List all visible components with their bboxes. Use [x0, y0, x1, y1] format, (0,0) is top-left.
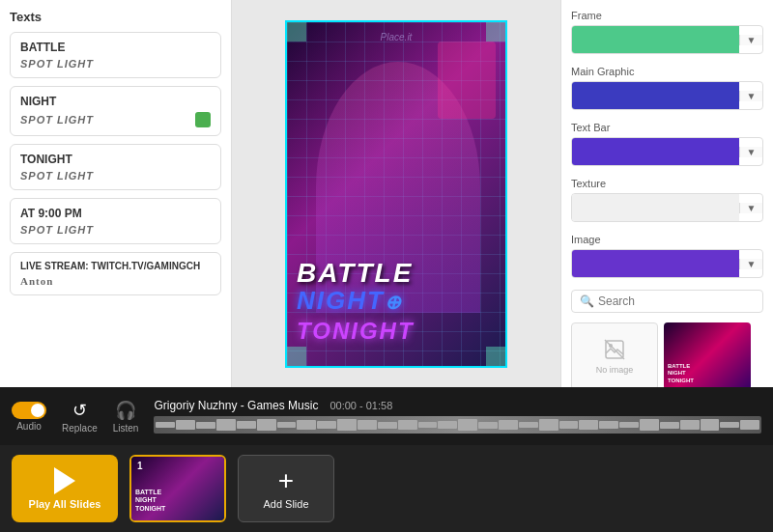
corner-tr [486, 22, 505, 42]
replace-button[interactable]: ↺ Replace [62, 400, 98, 434]
text-bar-color-select[interactable]: ▼ [571, 137, 763, 166]
image-swatch[interactable] [572, 250, 739, 277]
text-style-tonight: SPOT LIGHT [20, 170, 211, 182]
image-arrow[interactable]: ▼ [739, 259, 762, 269]
time-range: 00:00 - 01:58 [329, 400, 392, 411]
track-name: Grigoriy Nuzhny - Games Music [154, 399, 318, 412]
bg-element-1 [438, 42, 496, 119]
right-panel: Frame ▼ Main Graphic ▼ Text Bar ▼ Textur… [560, 0, 773, 387]
night-color-swatch[interactable] [195, 112, 211, 127]
text-item-night[interactable]: NIGHT SPOT LIGHT [10, 86, 221, 136]
main-graphic-label: Main Graphic [571, 66, 763, 77]
text-bar-color-row: Text Bar ▼ [571, 122, 763, 166]
image-thumb-1[interactable]: BATTLENIGHTTONIGHT [664, 322, 751, 387]
no-image-icon [603, 338, 626, 361]
canvas-text-battle: BATTLE [297, 258, 413, 289]
text-label-night: NIGHT [20, 95, 211, 108]
svg-line-2 [605, 340, 624, 359]
slide-number: 1 [137, 461, 143, 471]
text-item-tonight[interactable]: TONIGHT SPOT LIGHT [10, 144, 221, 190]
main-graphic-color-select[interactable]: ▼ [571, 81, 763, 110]
texture-color-row: Texture ▼ [571, 178, 763, 222]
text-label-livestream: LIVE STREAM: TWITCH.TV/GAMINGCH [20, 261, 211, 271]
toggle-knob [31, 404, 44, 417]
frame-swatch[interactable] [572, 26, 739, 53]
text-style-night: SPOT LIGHT [20, 112, 211, 127]
canvas-frame[interactable]: Place.it BATTLE NIGHT⊕ TONIGHT [285, 20, 507, 368]
add-slide-button[interactable]: + Add Slide [238, 455, 334, 522]
text-bar-arrow[interactable]: ▼ [739, 147, 762, 157]
frame-color-select[interactable]: ▼ [571, 25, 763, 54]
play-all-button[interactable]: Play All Slides [12, 455, 118, 522]
audio-info: Grigoriy Nuzhny - Games Music 00:00 - 01… [154, 399, 761, 434]
left-panel: Texts BATTLE SPOT LIGHT NIGHT SPOT LIGHT… [0, 0, 232, 387]
thumb-text: BATTLENIGHTTONIGHT [668, 363, 694, 385]
image-grid: No image BATTLENIGHTTONIGHT [571, 322, 763, 387]
texture-color-select[interactable]: ▼ [571, 193, 763, 222]
canvas-area: Place.it BATTLE NIGHT⊕ TONIGHT [232, 0, 560, 387]
texture-arrow[interactable]: ▼ [739, 203, 762, 213]
search-box[interactable]: 🔍 [571, 290, 763, 313]
frame-color-row: Frame ▼ [571, 10, 763, 54]
plus-icon: + [278, 467, 294, 494]
canvas-watermark: Place.it [381, 32, 413, 42]
thumb-inner-1: BATTLENIGHTTONIGHT [664, 322, 751, 387]
text-label-tonight: TONIGHT [20, 153, 211, 166]
main-graphic-arrow[interactable]: ▼ [739, 91, 762, 101]
frame-label: Frame [571, 10, 763, 21]
texts-title: Texts [10, 10, 221, 24]
corner-tl [287, 22, 306, 42]
image-color-select[interactable]: ▼ [571, 249, 763, 278]
image-color-row: Image ▼ [571, 234, 763, 278]
listen-button[interactable]: 🎧 Listen [113, 400, 139, 434]
play-icon [54, 467, 75, 494]
slide-preview: BATTLENIGHTTONIGHT [131, 457, 224, 520]
audio-bar: Audio ↺ Replace 🎧 Listen Grigoriy Nuzhny… [0, 387, 773, 445]
text-style-livestream: Anton [20, 275, 211, 287]
slide-thumb-1[interactable]: 1 BATTLENIGHTTONIGHT [129, 455, 226, 522]
texture-swatch[interactable] [572, 194, 739, 221]
text-label-time: AT 9:00 PM [20, 207, 211, 220]
text-item-time[interactable]: AT 9:00 PM SPOT LIGHT [10, 198, 221, 244]
text-style-battle: SPOT LIGHT [20, 58, 211, 70]
listen-label: Listen [113, 423, 139, 434]
texture-label: Texture [571, 178, 763, 189]
text-item-battle[interactable]: BATTLE SPOT LIGHT [10, 32, 221, 78]
waveform-inner [154, 416, 761, 434]
replace-label: Replace [62, 423, 98, 434]
corner-br [486, 347, 505, 366]
audio-waveform[interactable] [154, 416, 761, 434]
main-graphic-color-row: Main Graphic ▼ [571, 66, 763, 110]
no-image-label: No image [596, 365, 634, 375]
main-graphic-swatch[interactable] [572, 82, 739, 109]
audio-toggle[interactable]: Audio [12, 402, 46, 432]
bottom-bar: Play All Slides 1 BATTLENIGHTTONIGHT + A… [0, 445, 773, 532]
text-bar-swatch[interactable] [572, 138, 739, 165]
search-input[interactable] [598, 294, 755, 308]
add-slide-label: Add Slide [263, 498, 308, 510]
audio-label: Audio [16, 421, 42, 432]
search-icon: 🔍 [580, 294, 594, 308]
no-image-placeholder[interactable]: No image [571, 322, 658, 387]
image-label: Image [571, 234, 763, 245]
audio-switch[interactable] [12, 402, 46, 419]
text-style-time: SPOT LIGHT [20, 224, 211, 236]
frame-arrow[interactable]: ▼ [739, 35, 762, 45]
slide-preview-text: BATTLENIGHTTONIGHT [135, 489, 220, 513]
text-label-battle: BATTLE [20, 41, 211, 54]
canvas-text-tonight: TONIGHT [297, 318, 415, 345]
canvas-text-night: NIGHT⊕ [297, 286, 403, 316]
corner-bl [287, 347, 306, 366]
play-all-label: Play All Slides [29, 498, 101, 510]
text-bar-label: Text Bar [571, 122, 763, 133]
text-item-livestream[interactable]: LIVE STREAM: TWITCH.TV/GAMINGCH Anton [10, 252, 221, 295]
